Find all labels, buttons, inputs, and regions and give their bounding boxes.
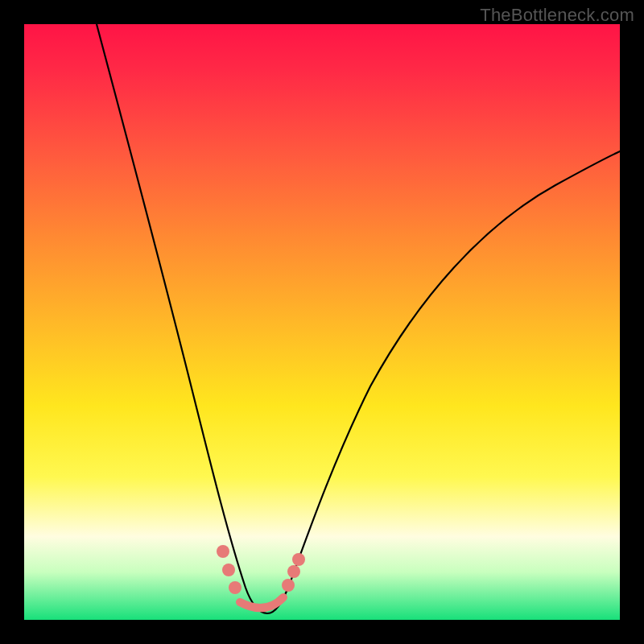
marker-dot <box>282 579 295 592</box>
plot-area <box>24 24 620 620</box>
watermark-text: TheBottleneck.com <box>480 5 634 26</box>
chart-container: TheBottleneck.com <box>0 0 644 644</box>
highlight-bottom-segment <box>240 597 283 608</box>
marker-dot <box>229 581 242 594</box>
marker-dot <box>222 564 235 576</box>
bottleneck-curve <box>97 24 620 613</box>
marker-dot <box>292 553 305 566</box>
curve-svg <box>24 24 620 620</box>
marker-dot <box>217 545 229 558</box>
marker-dot <box>287 565 300 578</box>
